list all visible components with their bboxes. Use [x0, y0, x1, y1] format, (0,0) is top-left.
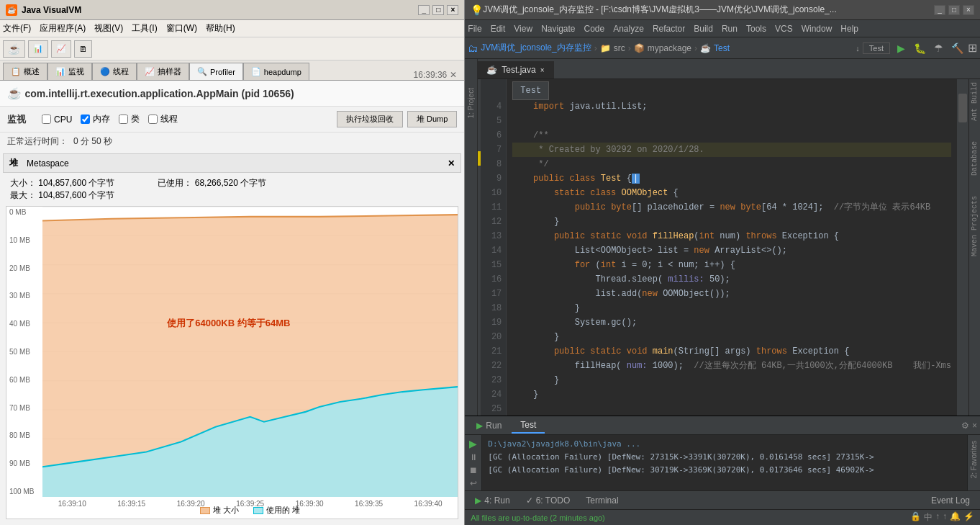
menu-file[interactable]: 文件(F) — [3, 22, 31, 35]
tab-sampler[interactable]: 📈抽样器 — [137, 63, 189, 80]
code-line-14: List<OOMObject> list = new ArrayList<>()… — [512, 243, 951, 258]
menu-build-r[interactable]: Build — [694, 24, 713, 34]
code-line-25 — [512, 402, 951, 416]
code-line-9: public class Test {| — [512, 171, 951, 186]
menu-analyze-r[interactable]: Analyze — [613, 24, 644, 34]
minimize-btn[interactable]: _ — [418, 5, 430, 15]
left-panel: ☕ Java VisualVM _ □ × 文件(F) 应用程序(A) 视图(V… — [0, 0, 465, 525]
class-check[interactable] — [119, 115, 128, 124]
toolbar-btn2[interactable]: 📊 — [28, 40, 48, 58]
right-scrollbar[interactable] — [957, 79, 968, 416]
project-tab[interactable]: 1: Project — [467, 88, 475, 118]
app-icon: ☕ — [6, 4, 17, 16]
code-line-20: } — [512, 330, 951, 344]
bottom-run-area: ▶ ⏸ ⏹ ↩ ★ D:\java2\javajdk8.0\bin\java .… — [465, 435, 980, 490]
favorites-label[interactable]: 2: Favorites — [970, 441, 978, 478]
code-line-22: fillHeap( num: 1000); //这里每次分配 64KB,一共10… — [512, 359, 951, 373]
right-close-btn[interactable]: × — [963, 5, 974, 15]
menu-help-r[interactable]: Help — [840, 24, 858, 34]
menu-run-r[interactable]: Run — [722, 24, 738, 34]
chart-plot: 使用了64000KB 约等于64MB — [42, 207, 458, 497]
cpu-check[interactable] — [42, 115, 51, 124]
tab-heapdump[interactable]: 📄heapdump — [243, 63, 309, 80]
status-text: All files are up-to-date (2 minutes ago) — [471, 513, 604, 522]
heap-dump-btn[interactable]: 堆 Dump — [407, 111, 457, 127]
run-play-btn[interactable]: ▶ — [469, 438, 477, 449]
code-line-16: Thread.sleep( millis: 50); — [512, 272, 951, 287]
legend-heap-used: 使用的 堆 — [253, 505, 300, 516]
toolbar-btn3[interactable]: 📈 — [51, 40, 71, 58]
todo-tab-status[interactable]: ✓ 6: TODO — [519, 493, 578, 508]
run-config-selector[interactable]: Test — [863, 42, 890, 54]
menu-view-r[interactable]: View — [514, 24, 532, 34]
right-minimize-btn[interactable]: _ — [934, 5, 945, 15]
settings-btn[interactable]: ⚙ — [961, 421, 969, 431]
line-numbers: 4 5 6 7 8 9 10 11 12 13 14 15 16 17 18 1… — [481, 79, 507, 416]
heap-close-btn[interactable]: ✕ — [448, 158, 455, 169]
editor-tab-close[interactable]: × — [540, 66, 545, 74]
right-maximize-btn[interactable]: □ — [948, 5, 960, 15]
terminal-tab-status[interactable]: Terminal — [579, 493, 625, 508]
memory-check[interactable] — [81, 115, 90, 124]
menu-window[interactable]: 窗口(W) — [166, 22, 197, 35]
heap-chart: 100 MB 90 MB 80 MB 70 MB 60 MB 50 MB 40 … — [6, 206, 458, 519]
debug-btn[interactable]: 🐛 — [912, 40, 927, 56]
menu-app[interactable]: 应用程序(A) — [40, 22, 86, 35]
code-line-6: /** — [512, 128, 951, 143]
action-buttons: 执行垃圾回收 堆 Dump — [337, 111, 457, 127]
maximize-btn[interactable]: □ — [432, 5, 444, 15]
code-line-5 — [512, 114, 951, 128]
code-line-12: } — [512, 215, 951, 229]
menu-navigate-r[interactable]: Navigate — [541, 24, 575, 34]
build-btn[interactable]: 🔨 — [949, 40, 965, 56]
menu-refactor-r[interactable]: Refactor — [653, 24, 685, 34]
menu-window-r[interactable]: Window — [802, 24, 832, 34]
class-checkbox[interactable]: 类 — [119, 113, 140, 125]
run-tab-btn[interactable]: ▶ Run — [468, 418, 510, 434]
tab-profiler[interactable]: 🔍Profiler — [189, 63, 243, 80]
cpu-checkbox[interactable]: CPU — [42, 115, 72, 125]
menu-file-r[interactable]: File — [468, 24, 481, 34]
menu-help[interactable]: 帮助(H) — [206, 22, 235, 35]
run-pause-btn[interactable]: ⏸ — [469, 452, 478, 462]
memory-checkbox[interactable]: 内存 — [81, 113, 110, 125]
run-tab-status[interactable]: ▶ 4: Run — [468, 493, 517, 508]
scroll-thumb[interactable] — [958, 94, 967, 122]
gc-btn[interactable]: 执行垃圾回收 — [337, 111, 403, 127]
editor-tab-test[interactable]: ☕ Test.java × — [478, 61, 553, 78]
tab-close-btn[interactable]: ✕ — [450, 70, 457, 80]
class-tab: Test — [512, 82, 951, 99]
test-tab-btn[interactable]: Test — [512, 418, 545, 434]
close-panel-btn[interactable]: × — [972, 421, 977, 431]
menu-view[interactable]: 视图(V) — [94, 22, 123, 35]
toolbar-search[interactable]: ⊞ — [968, 41, 977, 55]
code-line-18: } — [512, 301, 951, 315]
maven-label[interactable]: Maven Projects — [969, 193, 980, 259]
menu-edit-r[interactable]: Edit — [491, 24, 506, 34]
coverage-btn[interactable]: ☂ — [930, 40, 946, 56]
editor-area: ☕ Test.java × 4 5 6 7 8 — [478, 59, 980, 416]
run-output-line-3: [GC (Allocation Failure) [DefNew: 30719K… — [488, 464, 961, 477]
bottom-panel: ▶ Run Test ⚙ × ▶ ⏸ ⏹ ↩ ★ — [465, 416, 980, 509]
bottom-settings: ⚙ × — [961, 421, 977, 431]
run-rerun-btn[interactable]: ↩ — [470, 478, 477, 488]
toolbar-new[interactable]: ☕ — [3, 40, 25, 58]
run-stop-btn[interactable]: ⏹ — [469, 465, 478, 475]
database-label[interactable]: Database — [969, 138, 980, 179]
thread-check[interactable] — [148, 115, 158, 124]
close-btn[interactable]: × — [447, 5, 458, 15]
tab-monitor[interactable]: 📊监视 — [47, 63, 92, 80]
menu-vcs-r[interactable]: VCS — [775, 24, 793, 34]
event-log-tab[interactable]: Event Log — [924, 493, 977, 508]
menu-tools[interactable]: 工具(I) — [132, 22, 157, 35]
left-content: ☕ com.intellij.rt.execution.application.… — [0, 81, 464, 525]
menu-tools-r[interactable]: Tools — [746, 24, 766, 34]
run-btn[interactable]: ▶ — [893, 40, 909, 56]
toolbar-btn4[interactable]: 🖹 — [74, 40, 92, 58]
tab-overview[interactable]: 📋概述 — [3, 63, 47, 80]
menu-code-r[interactable]: Code — [584, 24, 605, 34]
right-panel: 💡 JVM调优_jconsole_内存监控 - [F:\csdn博客\JVM虚拟… — [465, 0, 980, 525]
ant-build-label[interactable]: Ant Build — [969, 79, 980, 124]
tab-threads[interactable]: 🔵线程 — [92, 63, 137, 80]
thread-checkbox[interactable]: 线程 — [148, 113, 178, 125]
